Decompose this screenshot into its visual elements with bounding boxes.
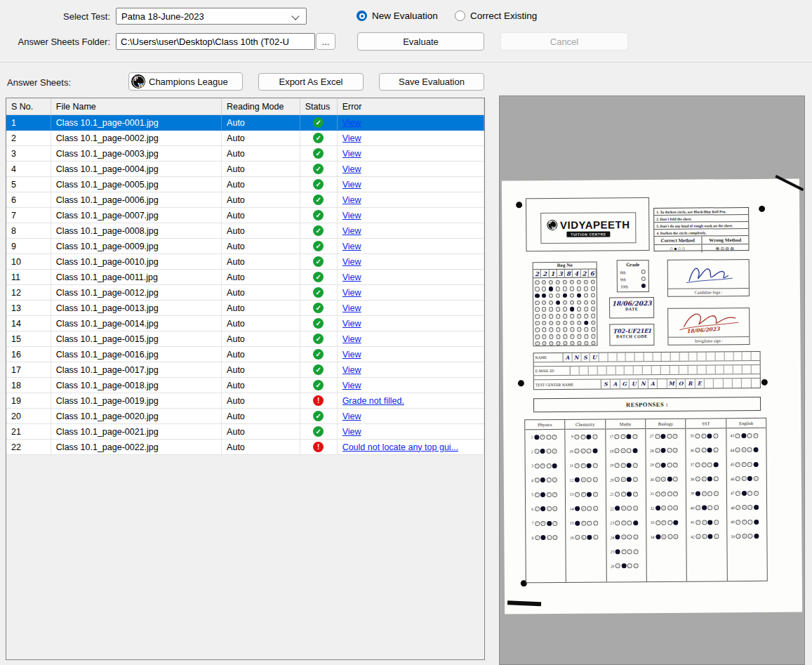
column-header-reading-mode[interactable]: Reading Mode	[222, 98, 300, 114]
table-row[interactable]: 11Class 10.1_page-0011.jpgAuto✓View	[6, 270, 484, 285]
table-row[interactable]: 7Class 10.1_page-0007.jpgAuto✓View	[6, 208, 484, 223]
view-link[interactable]: View	[342, 365, 361, 375]
table-row[interactable]: 1Class 10.1_page-0001.jpgAuto✓View	[6, 115, 484, 131]
table-row[interactable]: 18Class 10.1_page-0018.jpgAuto✓View	[6, 378, 484, 393]
champions-league-button[interactable]: PW Champions League	[128, 72, 243, 91]
view-link[interactable]: View	[342, 319, 361, 329]
answer-bubble: C	[747, 447, 752, 452]
table-row[interactable]: 4Class 10.1_page-0004.jpgAuto✓View	[6, 162, 484, 177]
select-test-dropdown[interactable]: Patna 18-June-2023	[116, 8, 307, 25]
radio-new-evaluation[interactable]: New Evaluation	[357, 11, 438, 21]
registration-dot	[761, 379, 768, 386]
cell-sno: 20	[6, 409, 51, 423]
table-row[interactable]: 21Class 10.1_page-0021.jpgAuto✓View	[6, 424, 484, 440]
table-row[interactable]: 10Class 10.1_page-0010.jpgAuto✓View	[6, 254, 484, 270]
table-row[interactable]: 20Class 10.1_page-0020.jpgAuto✓View	[6, 409, 484, 424]
table-row[interactable]: 9Class 10.1_page-0009.jpgAuto✓View	[6, 239, 484, 254]
grid-letter-handwritten: N	[574, 354, 579, 360]
grid-letter-cell	[724, 365, 733, 374]
reg-bubble: 0	[583, 279, 588, 284]
view-link[interactable]: View	[342, 149, 361, 159]
evaluate-button[interactable]: Evaluate	[357, 32, 484, 51]
view-link[interactable]: View	[342, 334, 361, 344]
view-link[interactable]: View	[342, 427, 361, 437]
table-row[interactable]: 15Class 10.1_page-0015.jpgAuto✓View	[6, 331, 484, 347]
answer-bubble: B	[701, 477, 706, 482]
date-handwritten: 18/06/2023	[610, 300, 653, 307]
sheet-preview-panel[interactable]: PW VIDYAPEETH TUITION CENTRE 1. To darke…	[499, 96, 805, 665]
view-link[interactable]: View	[342, 180, 361, 190]
view-link[interactable]: View	[342, 257, 361, 267]
table-row[interactable]: 22Class 10.1_page-0022.jpgAuto!Could not…	[6, 440, 484, 455]
table-row[interactable]: 3Class 10.1_page-0003.jpgAuto✓View	[6, 146, 484, 162]
cell-file-name: Class 10.1_page-0019.jpg	[51, 393, 222, 408]
column-header-error[interactable]: Error	[338, 98, 484, 114]
cell-sno: 6	[6, 192, 51, 207]
column-header-status[interactable]: Status	[300, 98, 338, 114]
view-link[interactable]: View	[342, 381, 361, 390]
table-row[interactable]: 17Class 10.1_page-0017.jpgAuto✓View	[6, 362, 484, 378]
column-header-s-no-[interactable]: S No.	[6, 98, 51, 114]
cell-error: Grade not filled.	[338, 393, 484, 408]
table-row[interactable]: 5Class 10.1_page-0005.jpgAuto✓View	[6, 177, 484, 192]
view-link[interactable]: View	[342, 350, 361, 360]
view-link[interactable]: View	[342, 242, 361, 251]
view-link[interactable]: View	[342, 133, 361, 143]
answer-bubble: C	[667, 434, 672, 439]
answer-bubble: D	[633, 534, 638, 539]
export-excel-button[interactable]: Export As Excel	[258, 73, 364, 91]
grade-option: 8th	[620, 268, 646, 275]
table-row[interactable]: 8Class 10.1_page-0008.jpgAuto✓View	[6, 223, 484, 239]
answer-bubble: C	[627, 492, 632, 496]
view-link[interactable]: View	[342, 118, 361, 128]
folder-path-input[interactable]: C:\Users\user\Desktop\Class 10th (T02-U	[116, 33, 315, 50]
table-row[interactable]: 14Class 10.1_page-0014.jpgAuto✓View	[6, 316, 484, 331]
table-row[interactable]: 19Class 10.1_page-0019.jpgAuto!Grade not…	[6, 393, 484, 409]
browse-button[interactable]: ...	[316, 33, 335, 50]
answer-bubble: A	[695, 477, 700, 482]
correct-method-marks: ○●○○	[654, 244, 702, 252]
radio-correct-existing[interactable]: Correct Existing	[455, 11, 537, 21]
view-link[interactable]: View	[342, 164, 361, 174]
error-link[interactable]: Grade not filled.	[342, 396, 404, 406]
cell-error: View	[338, 162, 484, 176]
answer-bubble: B	[742, 476, 747, 481]
answer-bubble: D	[713, 448, 718, 453]
table-row[interactable]: 6Class 10.1_page-0006.jpgAuto✓View	[6, 192, 484, 208]
cell-status: ✓	[300, 208, 338, 223]
answer-bubble: C	[627, 448, 632, 453]
view-link[interactable]: View	[342, 226, 361, 236]
view-link[interactable]: View	[342, 272, 361, 282]
question-row: 7ABCD	[526, 516, 565, 531]
table-row[interactable]: 12Class 10.1_page-0012.jpgAuto✓View	[6, 285, 484, 301]
view-link[interactable]: View	[342, 411, 361, 421]
view-link[interactable]: View	[342, 288, 361, 298]
table-row[interactable]: 2Class 10.1_page-0002.jpgAuto✓View	[6, 131, 484, 146]
reg-bubble: 0	[556, 280, 561, 285]
question-row: 41ABCD	[686, 515, 726, 529]
table-row[interactable]: 13Class 10.1_page-0013.jpgAuto✓View	[6, 301, 484, 316]
answer-bubble: C	[587, 463, 592, 468]
view-link[interactable]: View	[342, 211, 361, 220]
reg-bubble-row: 555555555	[535, 312, 595, 320]
question-number: 42	[688, 534, 695, 539]
cancel-button[interactable]: Cancel	[500, 32, 628, 51]
cell-reading-mode: Auto	[222, 409, 300, 423]
column-header-file-name[interactable]: File Name	[51, 98, 222, 114]
save-evaluation-button[interactable]: Save Evaluation	[379, 73, 484, 91]
cell-sno: 4	[6, 162, 51, 176]
reg-bubble: 5	[591, 314, 596, 319]
cell-status: ✓	[300, 331, 338, 346]
grid-letter-cell: S	[581, 353, 590, 362]
answer-bubble: A	[655, 492, 660, 496]
cell-file-name: Class 10.1_page-0001.jpg	[51, 115, 222, 130]
grid-letter-cell	[688, 353, 698, 361]
question-row: 45ABCD	[726, 457, 766, 472]
reg-bubble: 8	[542, 334, 547, 339]
answer-bubble: A	[575, 520, 580, 525]
error-link[interactable]: Could not locate any top gui...	[342, 442, 458, 452]
view-link[interactable]: View	[342, 195, 361, 205]
answer-bubble: D	[714, 506, 719, 511]
view-link[interactable]: View	[342, 303, 361, 313]
table-row[interactable]: 16Class 10.1_page-0016.jpgAuto✓View	[6, 347, 484, 362]
